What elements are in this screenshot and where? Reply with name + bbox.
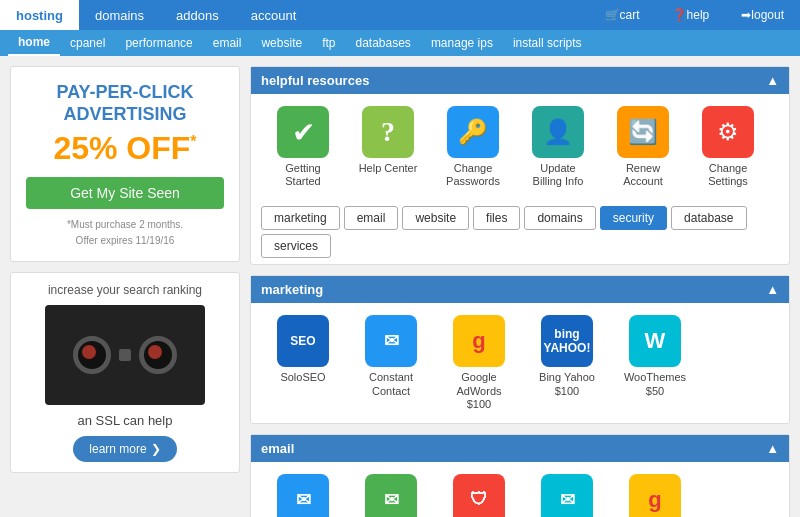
subnav-home[interactable]: home xyxy=(8,30,60,56)
logout-nav[interactable]: ➡ logout xyxy=(725,8,800,22)
help-icon: ❓ xyxy=(672,8,687,22)
ssl-image xyxy=(45,305,205,405)
premium-antispam-icon: ✉ xyxy=(541,474,593,517)
email-section-title: email xyxy=(261,441,294,456)
filter-security[interactable]: security xyxy=(600,206,667,230)
marketing-google-adwords[interactable]: g GoogleAdWords$100 xyxy=(439,315,519,411)
arrow-icon: ❯ xyxy=(151,442,161,456)
helpful-resources-panel: helpful resources ▲ ✔ GettingStarted ? H… xyxy=(250,66,790,265)
top-navigation: hosting domains addons account 🛒 cart ❓ … xyxy=(0,0,800,30)
email-header: email ▲ xyxy=(251,435,789,462)
resource-change-passwords[interactable]: 🔑 ChangePasswords xyxy=(433,106,513,188)
email-panel: email ▲ ✉ EmailManager ✉ CheckWebmail 🛡 … xyxy=(250,434,790,517)
free-antispam-icon: 🛡 xyxy=(453,474,505,517)
marketing-collapse[interactable]: ▲ xyxy=(766,282,779,297)
cart-icon: 🛒 xyxy=(605,8,620,22)
help-center-icon: ? xyxy=(362,106,414,158)
helpful-resources-title: helpful resources xyxy=(261,73,369,88)
nav-account[interactable]: account xyxy=(235,0,313,30)
help-nav[interactable]: ❓ help xyxy=(656,8,726,22)
resource-change-settings[interactable]: ⚙ ChangeSettings xyxy=(688,106,768,188)
marketing-bing-yahoo[interactable]: bingYAHOO! Bing Yahoo$100 xyxy=(527,315,607,411)
marketing-header: marketing ▲ xyxy=(251,276,789,303)
filter-marketing[interactable]: marketing xyxy=(261,206,340,230)
ad-note1: *Must purchase 2 months. xyxy=(26,219,224,230)
ad-ppc: PAY-PER-CLICK ADVERTISING 25% OFF* Get M… xyxy=(10,66,240,262)
google-adwords-icon: g xyxy=(453,315,505,367)
binoculars-icon xyxy=(73,336,177,374)
google-apps-icon: g xyxy=(629,474,681,517)
getting-started-icon: ✔ xyxy=(277,106,329,158)
top-nav-right: 🛒 cart ❓ help ➡ logout xyxy=(589,8,800,22)
marketing-panel: marketing ▲ SEO SoloSEO ✉ ConstantContac… xyxy=(250,275,790,424)
sub-navigation: home cpanel performance email website ft… xyxy=(0,30,800,56)
helpful-resources-grid: ✔ GettingStarted ? Help Center 🔑 ChangeP… xyxy=(251,94,789,200)
subnav-email[interactable]: email xyxy=(203,30,252,56)
nav-domains[interactable]: domains xyxy=(79,0,160,30)
change-passwords-icon: 🔑 xyxy=(447,106,499,158)
ad-title: PAY-PER-CLICK ADVERTISING xyxy=(26,82,224,125)
email-collapse[interactable]: ▲ xyxy=(766,441,779,456)
ad-discount: 25% OFF* xyxy=(26,130,224,167)
update-billing-icon: 👤 xyxy=(532,106,584,158)
subnav-website[interactable]: website xyxy=(251,30,312,56)
nav-hosting[interactable]: hosting xyxy=(0,0,79,30)
free-antispam[interactable]: 🛡 Free Anti-spam xyxy=(439,474,519,517)
ad-get-seen-button[interactable]: Get My Site Seen xyxy=(26,177,224,209)
helpful-resources-collapse[interactable]: ▲ xyxy=(766,73,779,88)
subnav-cpanel[interactable]: cpanel xyxy=(60,30,115,56)
check-webmail-icon: ✉ xyxy=(365,474,417,517)
filter-tabs: marketing email website files domains se… xyxy=(251,200,789,264)
marketing-grid: SEO SoloSEO ✉ ConstantContact g GoogleAd… xyxy=(251,303,789,423)
subnav-ftp[interactable]: ftp xyxy=(312,30,345,56)
resource-renew-account[interactable]: 🔄 RenewAccount xyxy=(603,106,683,188)
ssl-promo: increase your search ranking an SSL can … xyxy=(10,272,240,473)
renew-account-icon: 🔄 xyxy=(617,106,669,158)
change-settings-icon: ⚙ xyxy=(702,106,754,158)
cart-nav[interactable]: 🛒 cart xyxy=(589,8,656,22)
filter-files[interactable]: files xyxy=(473,206,520,230)
marketing-constant-contact[interactable]: ✉ ConstantContact xyxy=(351,315,431,411)
logout-icon: ➡ xyxy=(741,8,751,22)
marketing-woothemes[interactable]: W WooThemes$50 xyxy=(615,315,695,411)
sidebar: PAY-PER-CLICK ADVERTISING 25% OFF* Get M… xyxy=(10,66,240,517)
premium-antispam[interactable]: ✉ PremiumAnti-spam xyxy=(527,474,607,517)
ad-note2: Offer expires 11/19/16 xyxy=(26,235,224,246)
filter-database[interactable]: database xyxy=(671,206,746,230)
email-manager[interactable]: ✉ EmailManager xyxy=(263,474,343,517)
filter-website[interactable]: website xyxy=(402,206,469,230)
helpful-resources-header: helpful resources ▲ xyxy=(251,67,789,94)
bing-yahoo-icon: bingYAHOO! xyxy=(541,315,593,367)
ssl-text: an SSL can help xyxy=(21,413,229,428)
subnav-install-scripts[interactable]: install scripts xyxy=(503,30,592,56)
woothemes-icon: W xyxy=(629,315,681,367)
filter-domains[interactable]: domains xyxy=(524,206,595,230)
filter-email[interactable]: email xyxy=(344,206,399,230)
main-content: PAY-PER-CLICK ADVERTISING 25% OFF* Get M… xyxy=(0,56,800,517)
soloseo-icon: SEO xyxy=(277,315,329,367)
email-manager-icon: ✉ xyxy=(277,474,329,517)
marketing-soloseo[interactable]: SEO SoloSEO xyxy=(263,315,343,411)
ssl-title: increase your search ranking xyxy=(21,283,229,297)
nav-addons[interactable]: addons xyxy=(160,0,235,30)
ssl-learn-more-button[interactable]: learn more ❯ xyxy=(73,436,176,462)
google-apps[interactable]: g GoogleApps xyxy=(615,474,695,517)
filter-services[interactable]: services xyxy=(261,234,331,258)
subnav-performance[interactable]: performance xyxy=(115,30,202,56)
subnav-databases[interactable]: databases xyxy=(345,30,420,56)
right-content: helpful resources ▲ ✔ GettingStarted ? H… xyxy=(250,66,790,517)
email-grid: ✉ EmailManager ✉ CheckWebmail 🛡 Free Ant… xyxy=(251,462,789,517)
subnav-manage-ips[interactable]: manage ips xyxy=(421,30,503,56)
resource-update-billing[interactable]: 👤 UpdateBilling Info xyxy=(518,106,598,188)
constant-contact-icon: ✉ xyxy=(365,315,417,367)
check-webmail[interactable]: ✉ CheckWebmail xyxy=(351,474,431,517)
resource-getting-started[interactable]: ✔ GettingStarted xyxy=(263,106,343,188)
marketing-title: marketing xyxy=(261,282,323,297)
resource-help-center[interactable]: ? Help Center xyxy=(348,106,428,188)
